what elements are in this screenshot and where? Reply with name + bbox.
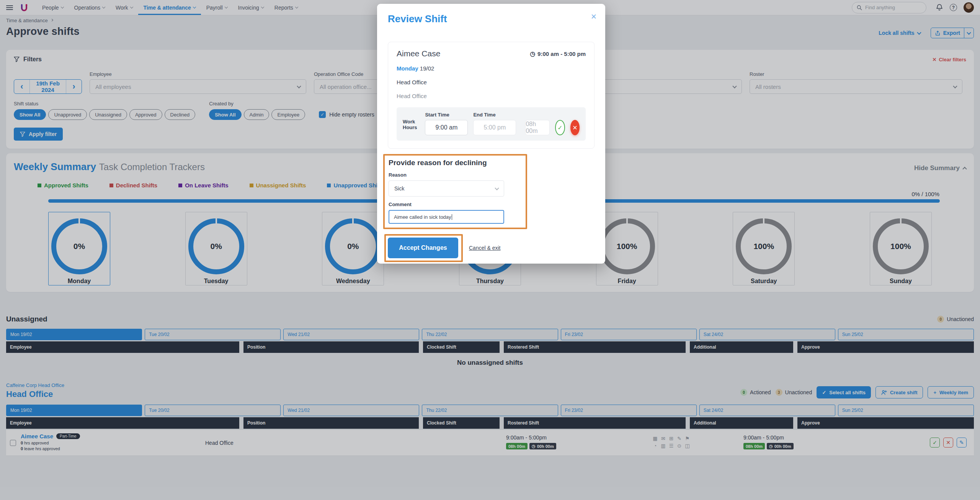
work-hours-panel: Work Hours Start Time 9:00 am End Time 5… [397,107,586,141]
clock-icon [530,50,535,57]
modal-employee-name: Aimee Case [397,49,440,58]
modal-office: Head Office [397,79,586,85]
close-icon[interactable] [591,12,597,21]
reason-label: Reason [389,172,519,178]
end-time-label: End Time [473,112,516,118]
cancel-exit-link[interactable]: Cancel & exit [469,245,500,251]
end-time-input[interactable]: 5:00 pm [473,120,516,135]
reason-select[interactable]: Sick [389,180,504,197]
approve-hours-button[interactable] [555,120,565,135]
modal-sub-office: Head Office [397,93,586,99]
accept-changes-button[interactable]: Accept Changes [388,238,458,258]
text-cursor [452,214,452,220]
reason-select-value: Sick [394,185,404,192]
decline-heading: Provide reason for declining [389,159,519,167]
modal-title: Review Shift [388,13,595,25]
chevron-down-icon [495,186,499,190]
decline-reason-section: Provide reason for declining Reason Sick… [389,159,519,224]
comment-input[interactable]: Aimee called in sick today [389,210,504,224]
shift-detail-card: Aimee Case 9:00 am - 5:00 pm Monday 19/0… [388,42,595,149]
work-hours-label: Work Hours [403,119,420,130]
modal-time-range: 9:00 am - 5:00 pm [530,50,586,57]
start-time-input[interactable]: 9:00 am [425,120,468,135]
comment-label: Comment [389,202,519,207]
duration-input: 08h 00m [525,120,550,135]
comment-text: Aimee called in sick today [394,214,451,220]
start-time-label: Start Time [425,112,468,118]
decline-hours-button[interactable] [570,120,580,135]
modal-day: Monday 19/02 [397,65,586,72]
review-shift-modal: Review Shift Aimee Case 9:00 am - 5:00 p… [377,4,605,264]
